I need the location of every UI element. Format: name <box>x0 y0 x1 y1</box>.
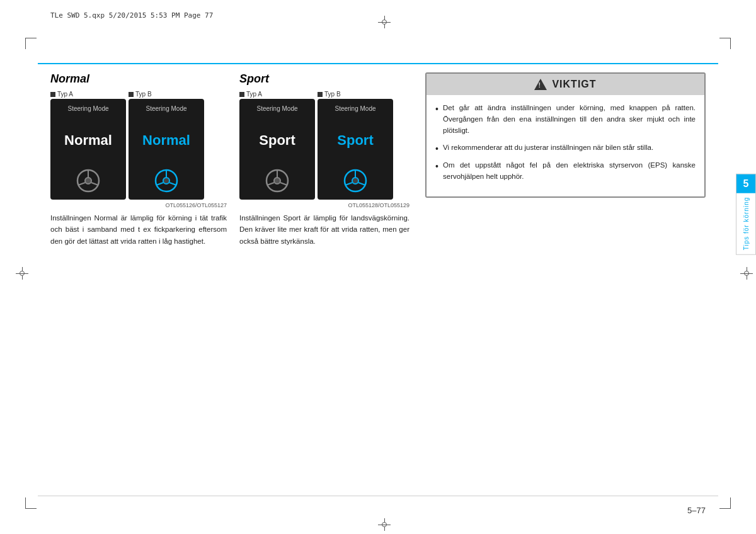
normal-panel-a: Steering Mode Normal <box>50 99 126 200</box>
sport-description: Inställningen Sport är lämplig för lands… <box>239 212 410 247</box>
warning-box: VIKTIGT Det går att ändra inställningen … <box>425 72 706 198</box>
page-border-top <box>38 63 718 64</box>
svg-point-6 <box>163 178 169 184</box>
sport-panel-b-label: Typ B <box>318 91 341 98</box>
section-warning: VIKTIGT Det går att ändra inställningen … <box>416 72 706 490</box>
sport-panel-a: Steering Mode Sport <box>239 99 315 200</box>
normal-mode-label-b: Steering Mode <box>146 105 186 112</box>
page-border-bottom <box>38 496 718 496</box>
svg-point-16 <box>352 178 358 184</box>
corner-mark-tr <box>718 38 731 50</box>
warning-title: VIKTIGT <box>552 79 596 90</box>
svg-point-11 <box>274 178 280 184</box>
warning-header: VIKTIGT <box>427 74 704 95</box>
steering-wheel-icon-b <box>154 168 179 193</box>
normal-panels-row: Typ A Steering Mode Normal <box>50 91 227 200</box>
normal-title: Normal <box>50 72 227 86</box>
warning-list: Det går att ändra inställningen under kö… <box>435 103 696 183</box>
sport-panel-b-square-icon <box>318 92 323 97</box>
content-area: Normal Typ A Steering Mode Normal <box>50 72 706 490</box>
sport-panel-a-label: Typ A <box>239 91 262 98</box>
warning-triangle-icon <box>534 79 547 90</box>
sport-panel-a-square-icon <box>239 92 244 97</box>
svg-line-4 <box>91 183 98 185</box>
warning-item-2: Vi rekommenderar att du justerar inställ… <box>435 142 696 154</box>
normal-mode-text-b: Normal <box>142 132 190 149</box>
page-number: 5–77 <box>687 506 706 515</box>
sport-title: Sport <box>239 72 410 86</box>
svg-line-19 <box>358 183 365 185</box>
corner-mark-br <box>718 496 731 509</box>
panel-a-square-icon <box>50 92 55 97</box>
svg-line-8 <box>156 183 163 185</box>
warning-item-1: Det går att ändra inställningen under kö… <box>435 103 696 136</box>
svg-line-9 <box>169 183 176 185</box>
svg-line-3 <box>78 183 85 185</box>
svg-line-13 <box>267 183 274 185</box>
warning-body: Det går att ändra inställningen under kö… <box>427 95 704 196</box>
sport-panel-b-group: Typ B Steering Mode Sport <box>318 91 393 200</box>
svg-point-1 <box>85 178 91 184</box>
sport-panel-a-group: Typ A Steering Mode Sport <box>239 91 315 200</box>
normal-panel-b: Steering Mode Normal <box>129 99 204 200</box>
sport-steering-wheel-icon-a <box>265 168 290 193</box>
sport-caption: OTL055128/OTL055129 <box>239 202 410 208</box>
normal-panel-b-label: Typ B <box>129 91 152 98</box>
corner-mark-tl <box>25 38 38 50</box>
normal-mode-text-a: Normal <box>64 132 112 149</box>
steering-wheel-icon-a <box>76 168 101 193</box>
corner-mark-bl <box>25 496 38 509</box>
normal-panel-b-group: Typ B Steering Mode Normal <box>129 91 204 200</box>
panel-b-square-icon <box>129 92 134 97</box>
normal-panel-a-label: Typ A <box>50 91 73 98</box>
sport-mode-text-b: Sport <box>337 132 373 149</box>
sport-mode-label-a: Steering Mode <box>256 105 297 112</box>
normal-mode-label-a: Steering Mode <box>67 105 108 112</box>
side-tab: 5 Tips för körning <box>736 174 756 255</box>
section-normal: Normal Typ A Steering Mode Normal <box>50 72 233 490</box>
section-sport: Sport Typ A Steering Mode Sport <box>233 72 416 490</box>
sport-panels-row: Typ A Steering Mode Sport <box>239 91 410 200</box>
normal-caption: OTL055126/OTL055127 <box>50 202 227 208</box>
side-tab-text: Tips för körning <box>743 193 750 254</box>
normal-description: Inställningen Normal är lämplig för körn… <box>50 212 227 247</box>
svg-line-18 <box>345 183 352 185</box>
sport-mode-label-b: Steering Mode <box>335 105 375 112</box>
normal-panel-a-group: Typ A Steering Mode Normal <box>50 91 126 200</box>
sport-mode-text-a: Sport <box>259 132 295 149</box>
sport-steering-wheel-icon-b <box>343 168 368 193</box>
warning-item-3: Om det uppstått något fel på den elektri… <box>435 160 696 183</box>
sport-panel-b: Steering Mode Sport <box>318 99 393 200</box>
header-meta: TLe SWD 5.qxp 5/20/2015 5:53 PM Page 77 <box>50 11 213 20</box>
svg-line-14 <box>280 183 287 185</box>
side-tab-number: 5 <box>736 174 755 193</box>
